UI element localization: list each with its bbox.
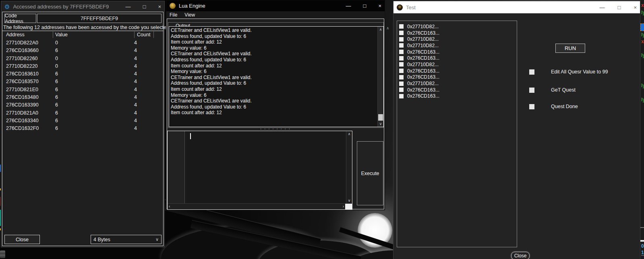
checkbox[interactable] [399,31,404,35]
execute-button[interactable]: Execute [357,141,383,205]
table-row[interactable]: 27710D822A004 [2,39,163,47]
checkbox[interactable] [529,104,534,109]
scroll-left-icon[interactable]: ‹ [169,204,170,209]
checkbox[interactable] [529,69,534,75]
screen: ∧ ⚙ Accessed addresses by 7FFEFF5BDEF9 —… [0,0,644,259]
checkbox[interactable] [529,88,534,93]
checkbox[interactable] [399,94,404,98]
info-text: The following 12 addresses have been acc… [2,24,163,31]
checkbox[interactable] [399,37,404,42]
output-line: Memory value: 6 [171,69,376,75]
scroll-up-icon[interactable]: ∧ [346,132,352,136]
address-table: 27710D822A004 276CD16366064 27710D822600… [2,39,163,133]
minimize-icon[interactable]: — [600,4,605,10]
table-row[interactable]: 27710D821E064 [2,86,163,94]
checkbox[interactable] [399,24,404,29]
table-row[interactable]: 276CD16357064 [2,78,163,86]
accessed-addresses-titlebar[interactable]: ⚙ Accessed addresses by 7FFEFF5BDEF9 — □… [1,1,164,12]
table-row[interactable]: 276CD16361064 [2,70,163,78]
script-editor[interactable]: ∧ ∨ ‹ › [167,131,352,210]
table-row[interactable]: 276CD16348064 [2,94,163,101]
output-line: CETrainer and CEListView1 are valid. [171,27,376,33]
table-row[interactable]: 276CD16366064 [2,47,163,54]
splitter-handle[interactable]: · · · · · · · · [167,127,384,131]
run-button[interactable]: RUN [555,44,585,53]
column-header-count[interactable]: Count [137,32,150,38]
window-icon-fragment [0,251,5,258]
table-row[interactable]: 276CD16339064 [2,101,163,109]
checkbox[interactable] [399,62,404,67]
scrollbar-thumb[interactable] [378,114,383,121]
lua-engine-client: Output CETrainer and CEListView1 are val… [167,19,384,209]
menu-file[interactable]: File [170,12,177,18]
editor-horizontal-scrollbar[interactable]: ‹ › [168,203,352,209]
test-titlebar[interactable]: Test — □ × [393,1,640,13]
list-item[interactable]: 0x27710D82... [397,42,517,49]
lua-menubar: File View [167,11,384,19]
list-item[interactable]: 0x276CD163... [397,49,517,55]
scroll-down-icon[interactable]: ∨ [378,122,383,126]
menu-view[interactable]: View [184,12,195,18]
editor-gutter [168,131,185,203]
list-item[interactable]: 0x27710D82... [397,61,517,68]
output-line: Item count after add: 12 [171,39,376,45]
column-divider[interactable] [53,31,53,38]
table-header[interactable]: Address Value Count [2,31,163,39]
checkbox[interactable] [399,43,404,48]
close-icon[interactable]: × [634,4,637,10]
checkbox[interactable] [399,75,404,79]
minimize-icon[interactable]: — [346,3,351,9]
checkbox[interactable] [399,81,404,86]
list-item[interactable]: 0x276CD163... [397,30,517,36]
editor-vertical-scrollbar[interactable]: ∧ ∨ [346,131,352,203]
close-button[interactable]: Close [511,252,530,259]
list-item[interactable]: 0x276CD163... [397,68,517,74]
list-item[interactable]: 0x276CD163... [397,93,517,100]
selection-fragment [640,23,644,31]
scroll-up-icon[interactable]: ∧ [378,27,383,31]
output-line: Memory value: 6 [171,92,376,98]
maximize-icon[interactable]: □ [363,3,367,9]
checkbox[interactable] [399,56,404,61]
output-console[interactable]: CETrainer and CEListView1 are valid. Add… [169,26,384,127]
list-item[interactable]: 0x276CD163... [397,74,517,81]
code-address-value[interactable]: 7FFEFF5BDEF9 [37,14,162,23]
checkbox[interactable] [399,69,404,73]
close-button[interactable]: Close [4,235,40,244]
maximize-icon[interactable]: □ [143,4,146,10]
list-item[interactable]: 0x27710D82... [397,80,517,87]
close-icon[interactable]: × [158,4,161,10]
close-icon[interactable]: × [378,3,381,9]
minimize-icon[interactable]: — [126,4,131,10]
table-row[interactable]: 27710D821A064 [2,109,163,117]
value-type-selected: 4 Bytes [93,237,155,242]
checkbox[interactable] [399,88,404,92]
table-row[interactable]: 27710D8226004 [2,55,163,63]
lua-engine-titlebar[interactable]: Lua Engine — □ × [166,0,385,11]
table-row[interactable]: 276CD1632F064 [2,125,163,132]
list-item[interactable]: 0x27710D82... [397,36,517,42]
option-label: Quest Done [551,104,578,109]
column-divider[interactable] [134,31,135,38]
lua-engine-window: Lua Engine — □ × File View Output CETrai… [166,0,385,210]
table-row[interactable]: 27710D8222004 [2,63,163,70]
list-item[interactable]: 0x276CD163... [397,55,517,61]
output-line: Address found, updated Value to: 6 [171,33,376,40]
list-item[interactable]: 0x27710D82... [397,23,517,30]
scroll-down-icon[interactable]: ∨ [346,198,352,203]
maximize-icon[interactable]: □ [618,4,621,10]
column-header-address[interactable]: Address [6,32,25,38]
table-row[interactable]: 276CD16334064 [2,117,163,125]
truncated-text-fragment: x [641,39,644,44]
output-lines: CETrainer and CEListView1 are valid. Add… [171,27,376,116]
list-item[interactable]: 0x276CD163... [397,87,517,93]
output-scrollbar[interactable]: ∧ ∨ [377,27,383,127]
accessed-addresses-window: ⚙ Accessed addresses by 7FFEFF5BDEF9 — □… [1,1,165,247]
value-type-dropdown[interactable]: 4 Bytes ∨ [91,235,162,244]
column-divider[interactable] [153,31,154,38]
output-line: Item count after add: 12 [171,86,376,92]
checkbox[interactable] [399,50,404,54]
scroll-right-icon[interactable]: › [343,204,344,209]
column-header-value[interactable]: Value [55,32,68,38]
window-title: Lua Engine [179,3,343,9]
